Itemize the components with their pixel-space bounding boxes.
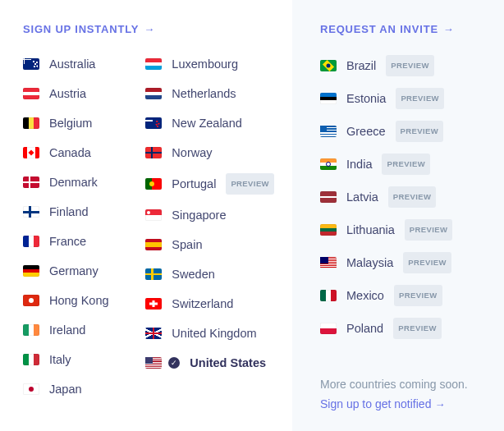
country-au[interactable]: Australia <box>23 55 145 73</box>
lv-flag-icon <box>320 191 337 203</box>
country-fi[interactable]: Finland <box>23 203 145 221</box>
country-ca[interactable]: Canada <box>23 144 145 162</box>
br-flag-icon <box>320 60 337 71</box>
country-label: United Kingdom <box>172 324 256 342</box>
ch-flag-icon <box>145 298 162 309</box>
ie-flag-icon <box>23 324 39 336</box>
nz-flag-icon <box>145 117 162 129</box>
country-label: Finland <box>49 203 89 221</box>
country-fr[interactable]: France <box>23 232 145 250</box>
signup-col-1: AustraliaAustriaBelgiumCanadaDenmarkFinl… <box>23 55 145 398</box>
country-us[interactable]: ✓United States <box>145 354 274 372</box>
country-label: Netherlands <box>172 85 236 103</box>
country-label: Belgium <box>49 114 92 132</box>
arrow-right-icon: → <box>443 23 455 35</box>
signup-columns: AustraliaAustriaBelgiumCanadaDenmarkFinl… <box>23 55 274 398</box>
jp-flag-icon <box>23 383 39 395</box>
footer-signup-link[interactable]: Sign up to get notified → <box>320 395 493 415</box>
country-gb[interactable]: United Kingdom <box>145 324 274 342</box>
country-gr[interactable]: GreecePREVIEW <box>320 121 493 142</box>
country-ie[interactable]: Ireland <box>23 321 145 339</box>
lt-flag-icon <box>320 224 337 236</box>
country-lv[interactable]: LatviaPREVIEW <box>320 186 493 208</box>
preview-badge: PREVIEW <box>405 219 453 241</box>
country-hk[interactable]: Hong Kong <box>23 291 145 309</box>
country-lu[interactable]: Luxembourg <box>145 55 274 73</box>
country-label: Lithuania <box>346 221 395 239</box>
lu-flag-icon <box>145 58 162 70</box>
country-my[interactable]: MalaysiaPREVIEW <box>320 252 493 273</box>
mx-flag-icon <box>320 290 337 301</box>
country-label: Denmark <box>49 173 98 191</box>
es-flag-icon <box>145 239 162 250</box>
preview-badge: PREVIEW <box>382 154 430 175</box>
invite-list: BrazilPREVIEWEstoniaPREVIEWGreecePREVIEW… <box>320 55 493 339</box>
country-lt[interactable]: LithuaniaPREVIEW <box>320 219 493 241</box>
country-at[interactable]: Austria <box>23 85 145 103</box>
country-se[interactable]: Sweden <box>145 265 274 283</box>
country-label: Norway <box>172 144 212 162</box>
country-label: Spain <box>172 236 202 254</box>
country-label: Germany <box>49 262 99 280</box>
preview-badge: PREVIEW <box>386 55 434 76</box>
preview-badge: PREVIEW <box>393 318 442 339</box>
invite-heading-text: REQUEST AN INVITE <box>320 23 438 35</box>
footer-link-text: Sign up to get notified <box>320 395 431 415</box>
country-label: Canada <box>49 144 91 162</box>
country-label: Latvia <box>346 188 378 206</box>
country-label: New Zealand <box>172 114 241 132</box>
country-label: Singapore <box>172 206 226 224</box>
in-flag-icon <box>320 158 337 170</box>
preview-badge: PREVIEW <box>394 285 442 306</box>
preview-badge: PREVIEW <box>396 121 444 142</box>
signup-col-2: LuxembourgNetherlandsNew ZealandNorwayPo… <box>145 55 274 398</box>
country-in[interactable]: IndiaPREVIEW <box>320 154 493 175</box>
country-pl[interactable]: PolandPREVIEW <box>320 318 493 339</box>
fi-flag-icon <box>23 206 39 218</box>
country-label: Japan <box>49 380 82 398</box>
footer: More countries coming soon. Sign up to g… <box>320 342 493 415</box>
country-nl[interactable]: Netherlands <box>145 85 274 103</box>
country-ch[interactable]: Switzerland <box>145 295 274 313</box>
country-label: Sweden <box>172 265 214 283</box>
country-no[interactable]: Norway <box>145 144 274 162</box>
country-es[interactable]: Spain <box>145 236 274 254</box>
country-pt[interactable]: PortugalPREVIEW <box>145 173 274 195</box>
pt-flag-icon <box>145 178 162 190</box>
de-flag-icon <box>23 265 39 277</box>
country-label: Australia <box>49 55 95 73</box>
se-flag-icon <box>145 268 162 280</box>
country-label: Greece <box>346 122 386 140</box>
country-label: Switzerland <box>172 295 233 313</box>
country-label: Hong Kong <box>49 291 109 309</box>
country-mx[interactable]: MexicoPREVIEW <box>320 285 493 306</box>
country-nz[interactable]: New Zealand <box>145 114 274 132</box>
country-label: United States <box>190 354 266 372</box>
country-dk[interactable]: Denmark <box>23 173 145 191</box>
country-label: France <box>49 232 86 250</box>
nl-flag-icon <box>145 88 162 99</box>
country-label: Mexico <box>346 287 384 305</box>
country-be[interactable]: Belgium <box>23 114 145 132</box>
preview-badge: PREVIEW <box>226 173 274 195</box>
at-flag-icon <box>23 88 39 99</box>
sg-flag-icon <box>145 209 162 221</box>
country-de[interactable]: Germany <box>23 262 145 280</box>
country-sg[interactable]: Singapore <box>145 206 274 224</box>
country-it[interactable]: Italy <box>23 351 145 369</box>
gb-flag-icon <box>145 328 162 339</box>
country-ee[interactable]: EstoniaPREVIEW <box>320 88 493 109</box>
it-flag-icon <box>23 354 39 365</box>
my-flag-icon <box>320 257 337 268</box>
country-label: Italy <box>49 351 71 369</box>
preview-badge: PREVIEW <box>396 88 444 109</box>
invite-heading-link[interactable]: REQUEST AN INVITE → <box>320 23 493 35</box>
country-br[interactable]: BrazilPREVIEW <box>320 55 493 76</box>
country-label: Austria <box>49 85 86 103</box>
country-label: Poland <box>346 319 383 337</box>
check-icon: ✓ <box>168 357 180 369</box>
country-jp[interactable]: Japan <box>23 380 145 398</box>
country-label: Malaysia <box>346 254 393 272</box>
fr-flag-icon <box>23 236 39 247</box>
signup-heading-link[interactable]: SIGN UP INSTANTLY → <box>23 23 274 35</box>
